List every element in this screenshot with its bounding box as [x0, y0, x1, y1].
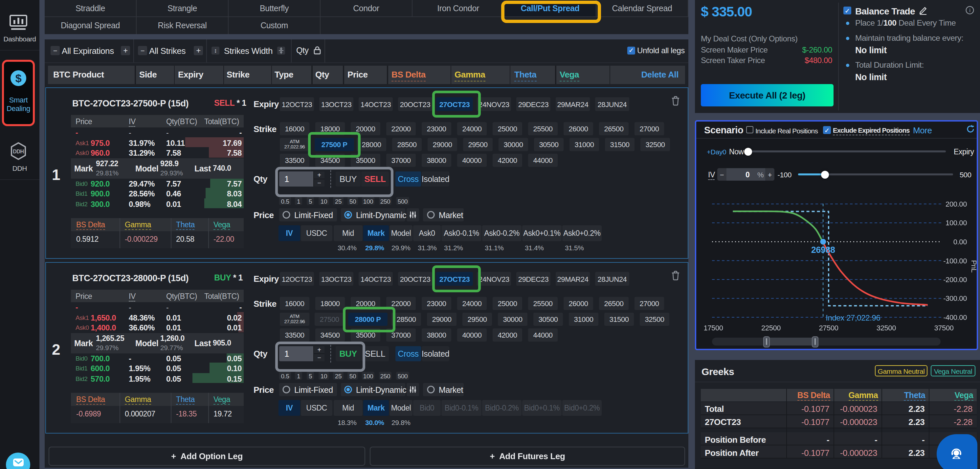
svg-text:200.00: 200.00: [945, 200, 967, 208]
svg-text:0.00: 0.00: [953, 238, 967, 246]
svg-text:37500: 37500: [934, 324, 953, 332]
svg-text:-200.00: -200.00: [943, 275, 967, 284]
svg-text:-100.00: -100.00: [943, 257, 967, 265]
svg-text:22500: 22500: [761, 324, 781, 332]
svg-text:-400.00: -400.00: [943, 313, 967, 321]
svg-text:i: i: [969, 8, 970, 13]
svg-text:17500: 17500: [703, 324, 723, 332]
svg-text:26988: 26988: [811, 245, 835, 255]
svg-text:PnL: PnL: [970, 260, 978, 273]
svg-text:32500: 32500: [877, 324, 896, 332]
svg-text:100.00: 100.00: [945, 219, 967, 227]
svg-text:-300.00: -300.00: [943, 294, 967, 302]
svg-text:Index 27,022.96: Index 27,022.96: [826, 313, 880, 322]
svg-text:27500: 27500: [819, 324, 838, 332]
svg-text:DDH: DDH: [13, 149, 24, 154]
